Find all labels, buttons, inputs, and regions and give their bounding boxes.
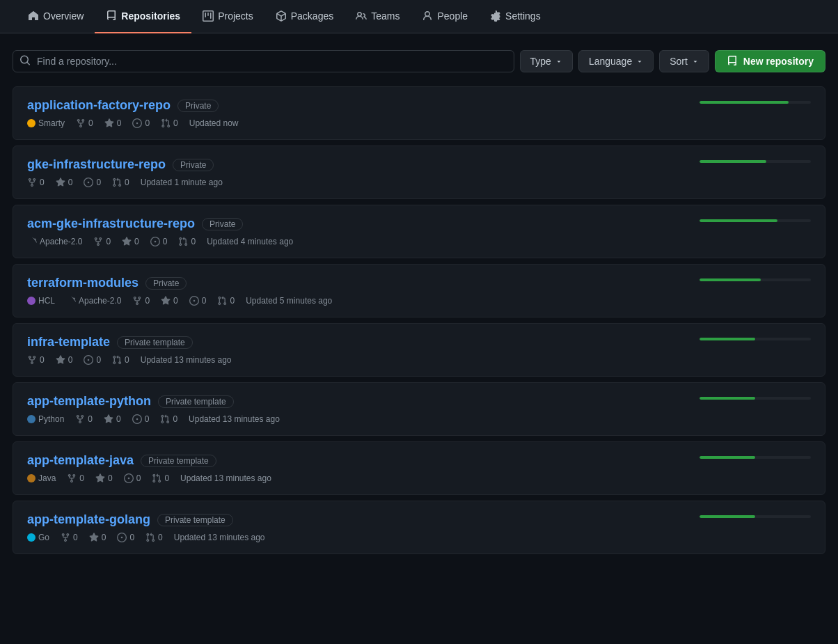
activity-graph bbox=[699, 101, 811, 104]
repo-activity bbox=[699, 453, 811, 459]
list-item: app-template-python Private template Pyt… bbox=[13, 382, 825, 436]
language-indicator: Python bbox=[27, 414, 64, 424]
language-filter-button[interactable]: Language bbox=[578, 50, 654, 72]
new-repository-button[interactable]: New repository bbox=[715, 50, 825, 72]
stars-count: 0 bbox=[161, 296, 178, 306]
list-item: gke-infrastructure-repo Private 0 0 0 0 … bbox=[13, 146, 825, 199]
search-wrapper bbox=[13, 50, 514, 72]
license-indicator: Apache-2.0 bbox=[66, 296, 121, 306]
stars-count: 0 bbox=[104, 118, 122, 128]
prs-count: 0 bbox=[152, 473, 169, 483]
stars-count: 0 bbox=[122, 237, 139, 246]
issues-count: 0 bbox=[132, 118, 150, 128]
nav-item-people[interactable]: People bbox=[411, 0, 479, 33]
nav-item-overview[interactable]: Overview bbox=[17, 0, 95, 33]
repo-list: application-factory-repo Private Smarty … bbox=[13, 86, 825, 560]
activity-graph bbox=[699, 338, 811, 340]
repo-title-row: app-template-golang Private template bbox=[27, 512, 699, 527]
updated-time: Updated 13 minutes ago bbox=[174, 533, 265, 542]
list-item: acm-gke-infrastructure-repo Private Apac… bbox=[13, 205, 825, 258]
prs-count: 0 bbox=[112, 178, 129, 187]
repo-title-row: app-template-java Private template bbox=[27, 453, 699, 468]
updated-time: Updated 13 minutes ago bbox=[189, 414, 280, 424]
forks-count: 0 bbox=[132, 296, 150, 306]
activity-graph bbox=[699, 456, 811, 459]
repo-badge: Private bbox=[173, 159, 214, 171]
stars-count: 0 bbox=[56, 355, 73, 365]
repo-title-row: terraform-modules Private bbox=[27, 276, 699, 290]
language-indicator: Go bbox=[27, 533, 49, 542]
repo-title-row: acm-gke-infrastructure-repo Private bbox=[27, 217, 699, 231]
forks-count: 0 bbox=[76, 118, 93, 128]
updated-time: Updated 4 minutes ago bbox=[207, 237, 293, 246]
repo-name-link[interactable]: application-factory-repo bbox=[27, 98, 171, 113]
repo-meta: Apache-2.0 0 0 0 0 Updated 4 minutes ago bbox=[27, 237, 699, 246]
activity-graph bbox=[699, 219, 811, 222]
repo-badge: Private template bbox=[158, 395, 234, 408]
repo-name-link[interactable]: app-template-python bbox=[27, 394, 151, 409]
repo-info: acm-gke-infrastructure-repo Private Apac… bbox=[27, 217, 699, 246]
updated-time: Updated 1 minute ago bbox=[141, 178, 223, 187]
repo-name-link[interactable]: infra-template bbox=[27, 335, 110, 350]
nav-item-teams[interactable]: Teams bbox=[345, 0, 411, 33]
repo-name-link[interactable]: acm-gke-infrastructure-repo bbox=[27, 217, 195, 231]
repo-meta: Smarty 0 0 0 0 Updated now bbox=[27, 118, 699, 128]
repo-meta: Java 0 0 0 0 Updated 13 minutes ago bbox=[27, 473, 699, 483]
issues-count: 0 bbox=[84, 178, 101, 187]
language-indicator: HCL bbox=[27, 296, 55, 306]
repo-meta: 0 0 0 0 Updated 13 minutes ago bbox=[27, 355, 699, 365]
nav-item-settings[interactable]: Settings bbox=[479, 0, 552, 33]
repo-badge: Private bbox=[145, 277, 187, 290]
prs-count: 0 bbox=[160, 414, 177, 424]
prs-count: 0 bbox=[178, 237, 196, 246]
prs-count: 0 bbox=[112, 355, 129, 365]
main-container: Type Language Sort New repository applic… bbox=[1, 33, 837, 576]
nav-item-repositories[interactable]: Repositories bbox=[95, 0, 191, 33]
nav-item-packages[interactable]: Packages bbox=[264, 0, 345, 33]
issues-count: 0 bbox=[84, 355, 101, 365]
forks-count: 0 bbox=[75, 414, 93, 424]
issues-count: 0 bbox=[117, 533, 134, 542]
prs-count: 0 bbox=[145, 533, 163, 542]
forks-count: 0 bbox=[61, 533, 78, 542]
repo-badge: Private template bbox=[157, 514, 233, 526]
repo-activity bbox=[699, 512, 811, 518]
repo-title-row: gke-infrastructure-repo Private bbox=[27, 157, 699, 172]
repo-name-link[interactable]: app-template-java bbox=[27, 453, 134, 468]
repo-name-link[interactable]: gke-infrastructure-repo bbox=[27, 157, 166, 172]
repo-info: infra-template Private template 0 0 0 0 … bbox=[27, 335, 699, 365]
list-item: infra-template Private template 0 0 0 0 … bbox=[13, 323, 825, 377]
top-nav: Overview Repositories Projects Packages … bbox=[0, 0, 838, 33]
repo-info: app-template-golang Private template Go … bbox=[27, 512, 699, 542]
repo-activity bbox=[699, 394, 811, 400]
activity-graph bbox=[699, 515, 811, 518]
issues-count: 0 bbox=[132, 414, 150, 424]
repo-title-row: infra-template Private template bbox=[27, 335, 699, 350]
repo-badge: Private template bbox=[117, 336, 193, 349]
nav-item-projects[interactable]: Projects bbox=[191, 0, 264, 33]
repo-activity bbox=[699, 335, 811, 340]
list-item: application-factory-repo Private Smarty … bbox=[13, 86, 825, 140]
search-input[interactable] bbox=[13, 50, 514, 72]
stars-count: 0 bbox=[89, 533, 106, 542]
sort-button[interactable]: Sort bbox=[659, 50, 709, 72]
repo-name-link[interactable]: terraform-modules bbox=[27, 276, 139, 290]
forks-count: 0 bbox=[27, 355, 45, 365]
updated-time: Updated 13 minutes ago bbox=[180, 473, 271, 483]
stars-count: 0 bbox=[104, 414, 121, 424]
type-filter-button[interactable]: Type bbox=[520, 50, 573, 72]
list-item: terraform-modules Private HCL Apache-2.0… bbox=[13, 264, 825, 317]
toolbar: Type Language Sort New repository bbox=[13, 50, 825, 72]
prs-count: 0 bbox=[217, 296, 235, 306]
repo-meta: HCL Apache-2.0 0 0 0 0 Updated 5 minutes… bbox=[27, 296, 699, 306]
forks-count: 0 bbox=[27, 178, 45, 187]
updated-time: Updated 5 minutes ago bbox=[246, 296, 332, 306]
repo-info: terraform-modules Private HCL Apache-2.0… bbox=[27, 276, 699, 306]
language-indicator: Smarty bbox=[27, 118, 65, 128]
repo-name-link[interactable]: app-template-golang bbox=[27, 512, 150, 527]
license-indicator: Apache-2.0 bbox=[27, 237, 82, 246]
issues-count: 0 bbox=[124, 473, 141, 483]
issues-count: 0 bbox=[189, 296, 207, 306]
repo-meta: 0 0 0 0 Updated 1 minute ago bbox=[27, 178, 699, 187]
updated-time: Updated now bbox=[189, 118, 239, 128]
